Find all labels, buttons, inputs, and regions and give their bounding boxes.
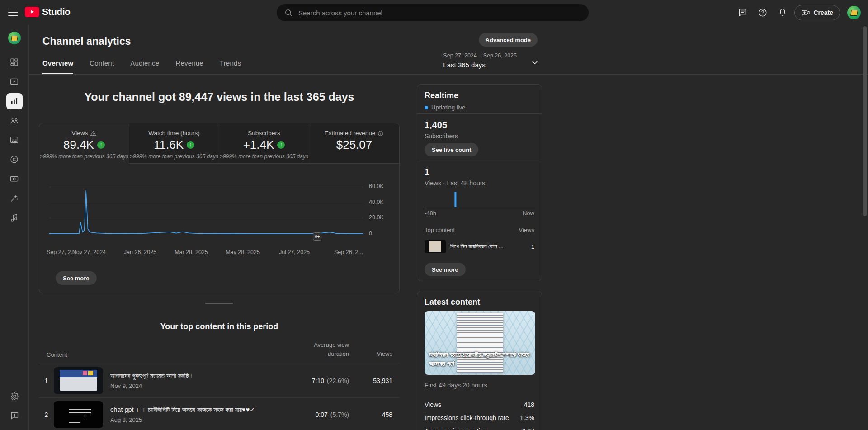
tab-trends[interactable]: Trends (220, 59, 241, 74)
sidebar-item-community[interactable] (0, 111, 29, 130)
video-thumbnail[interactable] (54, 367, 103, 394)
sidebar-item-audio-library[interactable] (0, 208, 29, 227)
stat-value: 1.3% (520, 414, 534, 421)
x-axis-tick-label: Jan 26, 2025 (124, 249, 156, 255)
metric-label: Estimated revenue (325, 130, 384, 137)
sidebar-item-copyright[interactable] (0, 150, 29, 169)
trend-up-icon: ↑ (277, 141, 285, 149)
metric-label: Watch time (hours) (148, 130, 200, 137)
channel-avatar[interactable] (8, 32, 21, 44)
table-row[interactable]: 1আপনাদের গুরুত্বপূর্ণ মতামত আশা করছি।Nov… (39, 364, 400, 398)
video-title[interactable]: chat gpt । । চ্যাটজিপিটি দিয়ে অসম্ভব কা… (110, 406, 281, 414)
metric-card-estimated-revenue[interactable]: Estimated revenue$25.07 (309, 123, 399, 164)
realtime-status: Updating live (425, 104, 534, 111)
trend-up-icon: ↑ (187, 141, 194, 149)
metric-card-subscribers[interactable]: Subscribers+1.4K↑>999% more than previou… (219, 123, 309, 164)
search-bar[interactable] (277, 4, 589, 21)
realtime-axis: -48h Now (425, 210, 534, 217)
advanced-mode-button[interactable]: Advanced mode (479, 33, 538, 47)
x-axis-tick-label: Sep 26, 2... (334, 249, 363, 255)
content-icon (9, 77, 19, 86)
row-rank: 1 (39, 377, 54, 384)
sidebar-item-content[interactable] (0, 72, 29, 91)
see-live-count-button[interactable]: See live count (425, 143, 478, 156)
create-button[interactable]: Create (794, 5, 840, 20)
info-icon (377, 130, 384, 137)
realtime-views-count: 1 (425, 167, 429, 177)
row-thumbnail-cell (54, 401, 110, 428)
chart-events-badge[interactable]: 9+ (313, 232, 321, 241)
metric-card-watch-time-hours-[interactable]: Watch time (hours)11.6K↑>999% more than … (129, 123, 219, 164)
stat-row-views: Views418 (425, 398, 534, 411)
top-content-title: Your top content in this period (39, 322, 400, 331)
search-icon (284, 8, 293, 17)
date-preset-text: Last 365 days (443, 61, 517, 69)
sidebar-item-subtitles[interactable] (0, 130, 29, 150)
sidebar-item-dashboard[interactable] (0, 52, 29, 72)
stat-row-impressions-click-through-rate: Impressions click-through rate1.3% (425, 411, 534, 424)
sidebar-item-earn[interactable] (0, 169, 29, 189)
video-age-label: First 49 days 20 hours (425, 382, 487, 389)
y-axis-tick-label: 0 (369, 230, 372, 236)
youtube-studio-logo[interactable]: Studio (25, 6, 70, 17)
video-thumbnail[interactable] (54, 401, 103, 428)
menu-icon[interactable] (8, 8, 18, 17)
stat-row-average-view-duration: Average view duration0:07 (425, 424, 534, 430)
x-axis-tick-label: Mar 28, 2025 (175, 249, 208, 255)
tab-content[interactable]: Content (90, 59, 114, 74)
sidebar-item-settings[interactable] (0, 387, 29, 406)
metric-value: 89.4K↑ (39, 138, 129, 152)
latest-video-thumbnail[interactable]: জন্মনিবন্ধন করতে প্রয়োজনীয় ডকুমেন্টস স… (425, 311, 535, 375)
realtime-top-content-item[interactable]: শিখে নিন জন্মনিবন্ধন কোন ... 1 (425, 240, 534, 253)
metric-card-views[interactable]: Views89.4K↑>999% more than previous 365 … (39, 123, 129, 164)
metric-value: 11.6K↑ (129, 138, 219, 152)
date-range-text: Sep 27, 2024 – Sep 26, 2025 (443, 52, 517, 59)
realtime-see-more-button[interactable]: See more (425, 263, 466, 276)
video-date: Nov 9, 2024 (110, 383, 281, 389)
tab-overview[interactable]: Overview (42, 59, 73, 74)
sidebar-item-send-feedback[interactable] (0, 406, 29, 425)
column-header-avg-duration: Average view duration (290, 340, 349, 358)
realtime-card: Realtime Updating live 1,405 Subscribers… (417, 84, 542, 281)
create-video-icon (801, 8, 810, 17)
audio-library-icon (9, 213, 19, 222)
duration-value: 0:07 (316, 411, 328, 418)
y-axis-tick-label: 20.0K (369, 214, 384, 221)
views-chart: See more 60.0K40.0K20.0K0Sep 27, 2...Nov… (39, 164, 399, 293)
metric-label: Subscribers (248, 130, 280, 137)
community-icon (9, 116, 19, 125)
tab-revenue[interactable]: Revenue (175, 59, 203, 74)
row-rank: 2 (39, 411, 54, 418)
feedback-icon[interactable] (735, 5, 751, 21)
help-icon[interactable] (755, 5, 771, 21)
x-axis-tick-label: Sep 27, 2... (47, 249, 75, 255)
notifications-icon[interactable] (774, 5, 791, 21)
video-title[interactable]: আপনাদের গুরুত্বপূর্ণ মতামত আশা করছি। (110, 372, 281, 380)
column-header-content: Content (39, 351, 290, 358)
user-avatar[interactable] (847, 6, 861, 19)
divider (417, 162, 542, 162)
date-range-picker[interactable]: Sep 27, 2024 – Sep 26, 2025 Last 365 day… (443, 52, 539, 69)
search-input[interactable] (298, 9, 581, 17)
scrollbar[interactable] (863, 26, 867, 216)
see-more-button[interactable]: See more (56, 271, 97, 285)
x-axis-tick-label: May 28, 2025 (226, 249, 260, 255)
metric-label-text: Subscribers (248, 130, 280, 137)
metric-value-text: $25.07 (336, 138, 373, 152)
metric-label-text: Watch time (hours) (148, 130, 200, 137)
tab-audience[interactable]: Audience (130, 59, 159, 74)
video-views: 1 (531, 243, 534, 250)
views-value: 53,931 (349, 377, 392, 384)
axis-left-label: -48h (425, 210, 436, 217)
avg-view-duration: 0:07(5.7%) (290, 411, 349, 418)
table-header: Content Average view duration Views (39, 339, 400, 364)
metric-value-text: +1.4K (243, 138, 274, 152)
table-row[interactable]: 2chat gpt । । চ্যাটজিপিটি দিয়ে অসম্ভব ক… (39, 398, 400, 430)
live-dot-icon (425, 106, 428, 109)
video-thumbnail (425, 240, 446, 253)
sidebar-item-customization[interactable] (0, 189, 29, 208)
right-column: Realtime Updating live 1,405 Subscribers… (417, 84, 542, 430)
sidebar-item-analytics[interactable] (0, 91, 29, 111)
realtime-bar-chart (425, 192, 535, 207)
metric-label-text: Views (72, 130, 88, 137)
